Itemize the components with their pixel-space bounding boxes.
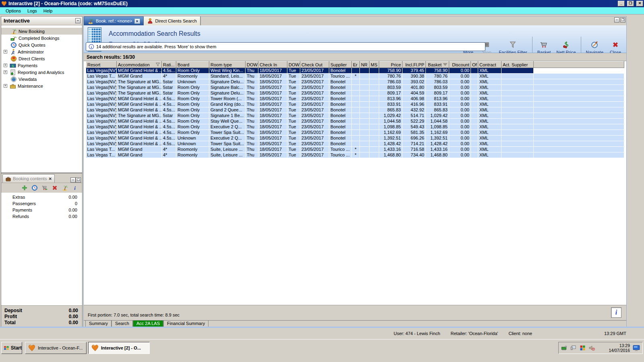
info-toolbar-icon[interactable]: i: [72, 185, 78, 191]
tab-direct-clients-search[interactable]: Direct Clients Search: [144, 16, 200, 25]
palm-toolbar-icon[interactable]: [62, 185, 68, 191]
cell-dow: Tue: [287, 141, 300, 147]
show-desktop-icon[interactable]: [632, 344, 640, 352]
bottom-tab-summary[interactable]: Summary: [85, 321, 111, 327]
cell-er: [352, 124, 360, 130]
delete-toolbar-icon[interactable]: [52, 185, 58, 191]
table-row[interactable]: Las Vegas T...MGM Grand4*RoomonlySuite, …: [86, 147, 624, 152]
taskbar-task-interactive-ocean-f[interactable]: Interactive - Ocean-F...: [25, 342, 87, 354]
cell-basket: 758.90: [426, 68, 449, 74]
sidebar-item-maintenance[interactable]: +Maintenance: [1, 82, 82, 89]
column-header-check-in[interactable]: Check In: [258, 62, 287, 68]
table-row[interactable]: Las Vegas(NV)The Signature at MG...5star…: [86, 90, 624, 96]
sidebar-item-quick-quotes[interactable]: Quick Quotes: [1, 41, 82, 48]
table-row[interactable]: Las Vegas(NV)The Signature at MG...5star…: [86, 79, 624, 85]
column-header-price[interactable]: Price: [379, 62, 402, 68]
tray-winlogo-icon[interactable]: [579, 345, 586, 351]
column-header-nr[interactable]: NR: [360, 62, 369, 68]
tray-clock[interactable]: 13:29 14/07/2016: [599, 343, 630, 353]
tab-book-ref-none[interactable]: Book. ref.: <none>✕: [84, 16, 144, 25]
bottom-tab-financial-summary[interactable]: Financial Summary: [163, 321, 208, 327]
expand-icon[interactable]: +: [4, 64, 7, 67]
tab-close-icon[interactable]: ✕: [134, 19, 140, 24]
sidebar-item-payments[interactable]: +$Payments: [1, 62, 82, 69]
column-header-resort[interactable]: Resort: [86, 62, 117, 68]
interactive-panel-header: Interactive −: [1, 16, 82, 25]
table-row[interactable]: Las Vegas(NV)MGM Grand Hotel & ...4.5s..…: [86, 124, 624, 130]
menu-item-logs[interactable]: Logs: [24, 8, 40, 14]
column-header-act-supplier[interactable]: Act. Supplier: [502, 62, 534, 68]
panel-maximize-button[interactable]: ❐: [620, 17, 625, 23]
filter-icon[interactable]: [155, 62, 160, 67]
start-button[interactable]: Start: [1, 342, 22, 354]
cell-check-out: 23/05/2017: [300, 136, 329, 141]
booking-tab-close-icon[interactable]: ✕: [48, 177, 52, 181]
booking-panel-minimize-button[interactable]: −: [70, 177, 76, 183]
table-row[interactable]: Las Vegas(NV)The Signature at MG...5star…: [86, 113, 624, 119]
window-maximize-button[interactable]: ❐: [627, 1, 634, 6]
sidebar-item-viewdata[interactable]: Viewdata: [1, 76, 82, 82]
column-header-board[interactable]: Board: [176, 62, 209, 68]
window-close-button[interactable]: ✕: [636, 1, 643, 6]
add-toolbar-icon[interactable]: [21, 185, 28, 191]
table-row[interactable]: Las Vegas(NV)MGM Grand Hotel & ...4.5s..…: [86, 107, 624, 113]
column-header-basket[interactable]: Basket: [426, 62, 449, 68]
column-header-accommodation[interactable]: Accommodation: [117, 62, 162, 68]
sort-icon[interactable]: [443, 62, 448, 67]
sidebar-item-administrator[interactable]: +Administrator: [1, 48, 82, 55]
bottom-tab-acc-2a-las[interactable]: Acc 2A LAS: [133, 321, 163, 327]
expand-icon[interactable]: +: [4, 84, 7, 88]
table-row[interactable]: Las Vegas(NV)MGM Grand Hotel & ...4.5s..…: [86, 130, 624, 136]
bottom-tab-search[interactable]: Search: [111, 321, 133, 327]
table-row[interactable]: Las Vegas(NV)MGM Grand Hotel & ...4.5s..…: [86, 96, 624, 102]
clock-globe-toolbar-icon[interactable]: [31, 185, 38, 191]
column-header-of[interactable]: Of: [471, 62, 478, 68]
column-header-room-type[interactable]: Room type: [209, 62, 246, 68]
menu-item-options[interactable]: Options: [2, 8, 24, 14]
column-header-supplier[interactable]: Supplier: [329, 62, 352, 68]
cell-act-supplier: [502, 102, 534, 107]
sidebar-item-completed-bookings[interactable]: Completed Bookings: [1, 35, 82, 41]
column-header-ms[interactable]: MS: [369, 62, 379, 68]
sidebar-item-direct-clients[interactable]: Direct Clients: [1, 55, 82, 62]
tray-display-icon[interactable]: [570, 345, 577, 351]
cart-go-toolbar-icon[interactable]: [41, 185, 48, 191]
panel-collapse-button[interactable]: −: [75, 18, 80, 23]
sidebar-item-reporting-and-analytics[interactable]: +Reporting and Analytics: [1, 69, 82, 76]
info-button[interactable]: i: [611, 307, 621, 318]
table-row[interactable]: Las Vegas(NV)MGM Grand Hotel & ...4.5s..…: [86, 141, 624, 147]
panel-minimize-button[interactable]: −: [614, 17, 619, 23]
column-header-check-out[interactable]: Check Out: [300, 62, 329, 68]
menu-item-help[interactable]: Help: [40, 8, 56, 14]
column-header-dow-2[interactable]: DOW: [287, 62, 300, 68]
table-row[interactable]: Las Vegas(NV)The Signature at MG...5star…: [86, 85, 624, 90]
column-header-incl-fl-pp[interactable]: Incl.Fl.PP: [402, 62, 426, 68]
booking-panel-maximize-button[interactable]: ☐: [76, 177, 81, 183]
cell-dow: Tue: [287, 85, 300, 90]
window-minimize-button[interactable]: _: [618, 1, 625, 6]
column-header-contract[interactable]: Contract: [478, 62, 502, 68]
expand-icon[interactable]: +: [4, 70, 7, 74]
table-row[interactable]: Las Vegas(NV)MGM Grand Hotel & ...4.5s..…: [86, 136, 624, 141]
taskbar-task-interactive-2-o[interactable]: Interactive [2] - O...: [88, 342, 150, 354]
cell-ms: [369, 68, 379, 74]
table-row[interactable]: Las Vegas(NV)MGM Grand Hotel & ...4.5s..…: [86, 119, 624, 124]
column-header-er[interactable]: Er: [352, 62, 360, 68]
table-row[interactable]: Las Vegas(NV)MGM Grand Hotel & ...4.5s..…: [86, 102, 624, 107]
table-row[interactable]: Las Vegas T...MGM Grand4*RoomonlyStandar…: [86, 74, 624, 79]
column-header-rati[interactable]: Rati...: [162, 62, 176, 68]
cell-dow: Tue: [287, 147, 300, 152]
cell-er: [352, 130, 360, 136]
table-row[interactable]: Las Vegas T...MGM Grand4*RoomonlySuite, …: [86, 152, 624, 158]
money-icon: $: [10, 62, 16, 69]
cell-supplier: Bonotel: [329, 119, 352, 124]
column-header-discount[interactable]: Discount: [449, 62, 471, 68]
booking-contents-tab[interactable]: Booking contents ✕: [2, 174, 55, 183]
column-header-dow[interactable]: DOW: [246, 62, 258, 68]
tray-network-icon[interactable]: [561, 345, 568, 351]
table-row[interactable]: Las Vegas(NV)MGM Grand Hotel & ...4.5s..…: [86, 68, 624, 74]
tray-mute-icon[interactable]: [588, 345, 595, 351]
app-window: Interactive [2] - Ocean-Florida (code: w…: [0, 0, 644, 362]
expand-icon[interactable]: +: [4, 50, 7, 53]
sidebar-item-new-booking[interactable]: New Booking: [1, 28, 82, 35]
